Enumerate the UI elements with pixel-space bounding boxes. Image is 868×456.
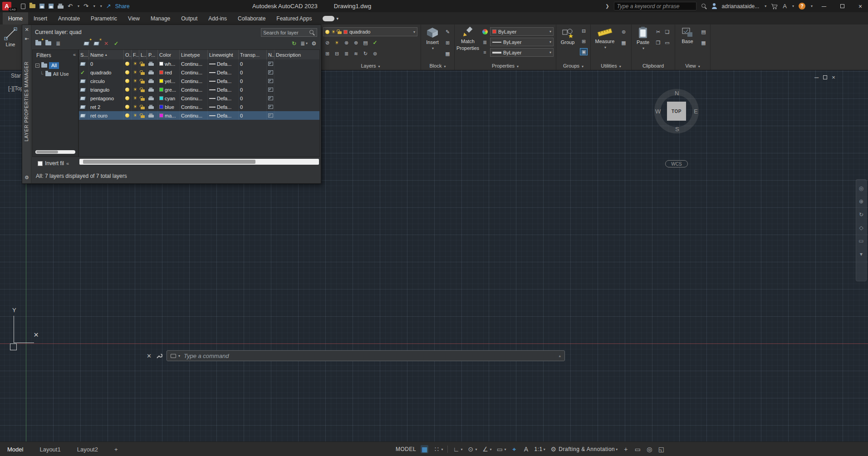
nav-orbit-icon[interactable]: ↻ <box>859 211 863 218</box>
file-tab-start[interactable]: Star <box>11 73 21 79</box>
transparency-cell[interactable]: 0 <box>238 111 266 120</box>
palette-autohide-icon[interactable]: ⇤ <box>22 36 31 42</box>
command-input[interactable]: ▾ Type a command ▴ <box>167 350 565 361</box>
layer-match-icon[interactable]: ⊞ <box>324 50 331 57</box>
col-description[interactable]: Description <box>274 50 319 59</box>
newvp-cell[interactable] <box>266 68 274 77</box>
annotation-visibility-icon[interactable]: A <box>523 446 530 453</box>
customization-plus-icon[interactable]: + <box>622 446 629 453</box>
layer-row-1[interactable]: ✓ quadrado ☀ red Continu... Defa... 0 <box>79 68 319 77</box>
clean-screen-icon[interactable]: ◱ <box>657 446 665 453</box>
line-tool-button[interactable]: Line <box>4 26 17 48</box>
create-block-icon[interactable]: ✎ <box>444 28 451 35</box>
layer-unisolate-icon[interactable]: ⊕ <box>352 39 360 46</box>
layout1-tab[interactable]: Layout1 <box>39 446 60 453</box>
tab-insert[interactable]: Insert <box>28 12 53 25</box>
description-cell[interactable] <box>274 85 319 94</box>
linetype-cell[interactable]: Continu... <box>179 77 207 85</box>
color-cell[interactable]: gre... <box>157 85 179 94</box>
col-lock[interactable]: L... <box>139 50 147 59</box>
description-cell[interactable] <box>274 59 319 68</box>
on-cell[interactable] <box>123 68 131 77</box>
description-cell[interactable] <box>274 111 319 120</box>
polar-tracking-button[interactable]: ∠▾ <box>481 446 491 453</box>
app-store-cart-icon[interactable] <box>771 3 778 10</box>
keyword-search-input[interactable]: Type a keyword or phrase <box>614 2 696 10</box>
layers-panel-label[interactable]: Layers ▾ <box>320 63 421 69</box>
layer-row-4[interactable]: pentagono ☀ cyan Continu... Defa... 0 <box>79 94 319 103</box>
command-customize-wrench-icon[interactable] <box>156 353 162 359</box>
linetype-cell[interactable]: Continu... <box>179 68 207 77</box>
transparency-cell[interactable]: 0 <box>238 77 266 85</box>
save-as-icon[interactable] <box>49 4 54 9</box>
layer-previous-icon[interactable]: ⊟ <box>333 50 341 57</box>
signed-in-user[interactable]: adrianaataide... <box>722 3 760 10</box>
new-group-filter-icon[interactable] <box>44 39 52 47</box>
help-button[interactable]: ? <box>799 3 805 10</box>
on-cell[interactable] <box>123 111 131 120</box>
transparency-cell[interactable]: 0 <box>238 59 266 68</box>
transparency-cell[interactable]: 0 <box>238 85 266 94</box>
lineweight-cell[interactable]: Defa... <box>207 103 238 111</box>
lock-cell[interactable] <box>139 77 147 85</box>
filters-h-scrollbar[interactable] <box>35 150 75 154</box>
plot-cell[interactable] <box>147 94 157 103</box>
set-current-layer-icon[interactable]: ✓ <box>112 39 120 47</box>
doc-restore-icon[interactable] <box>823 75 827 79</box>
object-color-combo[interactable]: ByLayer ▾ <box>490 27 554 36</box>
help-dropdown-icon[interactable]: ▾ <box>811 4 813 8</box>
filters-h-scrollbar-thumb[interactable] <box>36 151 58 153</box>
layer-combo[interactable]: ☀ quadrado ▾ <box>323 27 417 36</box>
refresh-icon[interactable]: ↻ <box>290 39 298 47</box>
redo-icon[interactable]: ↷ <box>83 3 88 9</box>
freeze-cell[interactable]: ☀ <box>131 68 139 77</box>
layer-off-icon[interactable]: ⊘ <box>324 39 331 46</box>
filter-tree-child[interactable]: └ All Use <box>40 71 69 77</box>
color-cell[interactable]: ma... <box>157 111 179 120</box>
tab-featured-apps[interactable]: Featured Apps <box>271 12 317 25</box>
plot-cell[interactable] <box>147 103 157 111</box>
filter-all[interactable]: All <box>49 62 59 69</box>
col-freeze[interactable]: F... <box>131 50 139 59</box>
paste-button[interactable]: Paste ▾ <box>633 26 652 50</box>
write-block-icon[interactable]: ⊞ <box>444 39 451 46</box>
layer-settings-list-icon[interactable]: ≣▾ <box>300 39 308 47</box>
tab-manage[interactable]: Manage <box>145 12 176 25</box>
tab-addins[interactable]: Add-ins <box>203 12 232 25</box>
settings-gear-icon[interactable]: ⚙ <box>310 39 318 47</box>
lineweight-cell[interactable]: Defa... <box>207 94 238 103</box>
tab-view[interactable]: View <box>123 12 145 25</box>
name-cell[interactable]: pentagono <box>88 94 123 103</box>
groups-panel-label[interactable]: Groups ▾ <box>556 63 590 69</box>
snap-mode-button[interactable]: ∷▾ <box>433 446 443 453</box>
lock-cell[interactable] <box>139 85 147 94</box>
properties-panel-label[interactable]: Properties ▾ <box>455 63 556 69</box>
layer-states-icon[interactable]: ≣ <box>343 50 350 57</box>
lineweight-cell[interactable]: Defa... <box>207 85 238 94</box>
group-button[interactable]: Group <box>558 27 577 45</box>
delete-layer-icon[interactable]: ✕ <box>102 39 110 47</box>
linetype-cell[interactable]: Continu... <box>179 111 207 120</box>
cut-icon[interactable]: ✂ <box>654 28 662 35</box>
tab-annotate[interactable]: Annotate <box>53 12 85 25</box>
newvp-cell[interactable] <box>266 94 274 103</box>
plot-icon[interactable] <box>58 5 64 9</box>
layer-row-2[interactable]: circulo ☀ yel... Continu... Defa... 0 <box>79 77 319 85</box>
col-status[interactable]: S... <box>79 50 88 59</box>
color-cell[interactable]: red <box>157 68 179 77</box>
plot-cell[interactable] <box>147 77 157 85</box>
view-panel-label[interactable]: View ▾ <box>675 63 710 69</box>
freeze-cell[interactable]: ☀ <box>131 77 139 85</box>
match-properties-button[interactable]: Match Properties <box>456 27 480 51</box>
palette-title-strip[interactable]: ✕ ⇤ LAYER PROPERTIES MANAGER ⚙ <box>22 25 31 183</box>
color-cell[interactable]: blue <box>157 103 179 111</box>
new-layer-vp-frozen-icon[interactable]: ☀ <box>92 39 100 47</box>
on-cell[interactable] <box>123 103 131 111</box>
group-selection-toggle-icon[interactable]: ▣ <box>580 48 588 55</box>
base-button[interactable]: Base <box>678 27 697 44</box>
viewcube-north[interactable]: N <box>675 90 679 97</box>
autodesk-access-icon[interactable]: A <box>783 3 787 9</box>
tree-collapse-icon[interactable]: − <box>35 64 39 68</box>
user-dropdown-icon[interactable]: ▾ <box>765 4 766 8</box>
lock-cell[interactable] <box>139 68 147 77</box>
